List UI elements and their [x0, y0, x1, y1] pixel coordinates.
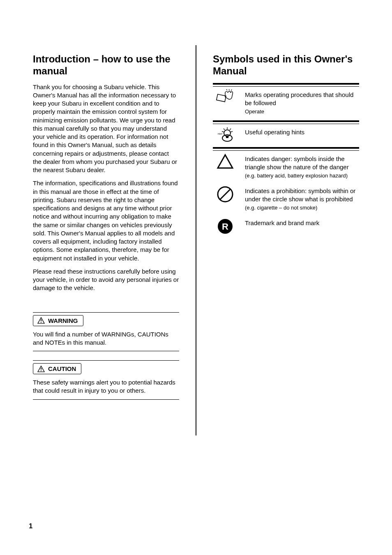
- svg-rect-2: [41, 322, 42, 323]
- svg-line-16: [230, 129, 231, 130]
- icon-row-4-line1: Trademark and brand mark: [245, 219, 359, 227]
- caution-triangle-icon: [37, 366, 45, 372]
- svg-line-7: [226, 89, 227, 90]
- no-entry-icon: [213, 185, 238, 203]
- svg-rect-6: [217, 94, 226, 101]
- warning-rule-top: [33, 312, 179, 313]
- page: Introduction – how to use the manual Tha…: [0, 0, 392, 555]
- icon-row-2: Indicates danger: symbols inside the tri…: [213, 151, 359, 183]
- intro-paragraph-1: Thank you for choosing a Subaru vehicle.…: [33, 83, 179, 175]
- r-circle-icon: R: [213, 217, 238, 235]
- icon-row-0-rule-top: [213, 83, 359, 87]
- svg-rect-13: [226, 136, 228, 138]
- caution-block: CAUTION These safety warnings alert you …: [33, 360, 179, 400]
- svg-marker-19: [218, 155, 233, 168]
- warning-block: WARNING You will find a number of WARNIN…: [33, 312, 179, 352]
- icon-row-1-rule-bottom: [213, 147, 359, 151]
- icon-row-0-rule-bottom: [213, 120, 359, 124]
- hand-pointer-icon: [213, 89, 238, 106]
- right-column: Symbols used in this Owner's Manual Mark…: [213, 53, 359, 435]
- warning-label-text: WARNING: [48, 317, 78, 324]
- warning-triangle-icon: [37, 317, 45, 324]
- triangle-outline-icon: [213, 153, 238, 170]
- icon-row-4: R Trademark and brand mark: [213, 215, 359, 238]
- icon-row-2-line2: (e.g. battery acid, battery explosion ha…: [245, 172, 359, 180]
- svg-line-17: [222, 131, 224, 132]
- caution-label-text: CAUTION: [48, 365, 76, 372]
- icon-row-0: Marks operating procedures that should b…: [213, 87, 359, 119]
- svg-rect-4: [41, 368, 42, 369]
- warning-rule-bottom: [33, 351, 179, 351]
- caution-rule-top: [33, 360, 179, 361]
- svg-line-21: [220, 189, 230, 199]
- caution-rule-bottom: [33, 399, 179, 400]
- svg-text:R: R: [222, 221, 228, 232]
- intro-paragraph-2: The information, specifications and illu…: [33, 179, 179, 263]
- svg-line-15: [224, 129, 225, 130]
- svg-line-9: [231, 89, 232, 90]
- caution-label-box: CAUTION: [33, 363, 81, 374]
- intro-paragraph-3: Please read these instructions carefully…: [33, 267, 179, 292]
- svg-text:HINT: HINT: [218, 133, 223, 135]
- caution-text: These safety warnings alert you to poten…: [33, 378, 179, 395]
- icon-row-2-line1: Indicates danger: symbols inside the tri…: [245, 155, 359, 172]
- icon-row-0-line1: Marks operating procedures that should b…: [245, 91, 359, 108]
- icon-row-1: HINT Useful operating hints: [213, 124, 359, 145]
- right-heading: Symbols used in this Owner's Manual: [213, 53, 359, 77]
- icon-row-3-line2: (e.g. cigarette – do not smoke): [245, 204, 359, 212]
- column-divider: [196, 45, 196, 435]
- page-number: 1: [29, 522, 32, 530]
- warning-label-box: WARNING: [33, 315, 83, 326]
- icon-row-3: Indicates a prohibition: symbols within …: [213, 183, 359, 215]
- two-column-layout: Introduction – how to use the manual Tha…: [33, 53, 359, 435]
- svg-rect-1: [41, 319, 42, 321]
- svg-rect-5: [41, 370, 42, 371]
- left-column: Introduction – how to use the manual Tha…: [33, 53, 179, 435]
- svg-point-12: [224, 130, 231, 136]
- warning-text: You will find a number of WARNINGs, CAUT…: [33, 330, 179, 347]
- icon-row-1-line1: Useful operating hints: [245, 128, 359, 136]
- icon-row-0-line2: Operate: [245, 108, 359, 115]
- icon-row-3-line1: Indicates a prohibition: symbols within …: [245, 187, 359, 204]
- svg-line-18: [231, 131, 233, 132]
- lightbulb-hint-icon: HINT: [213, 127, 238, 143]
- left-heading: Introduction – how to use the manual: [33, 53, 179, 77]
